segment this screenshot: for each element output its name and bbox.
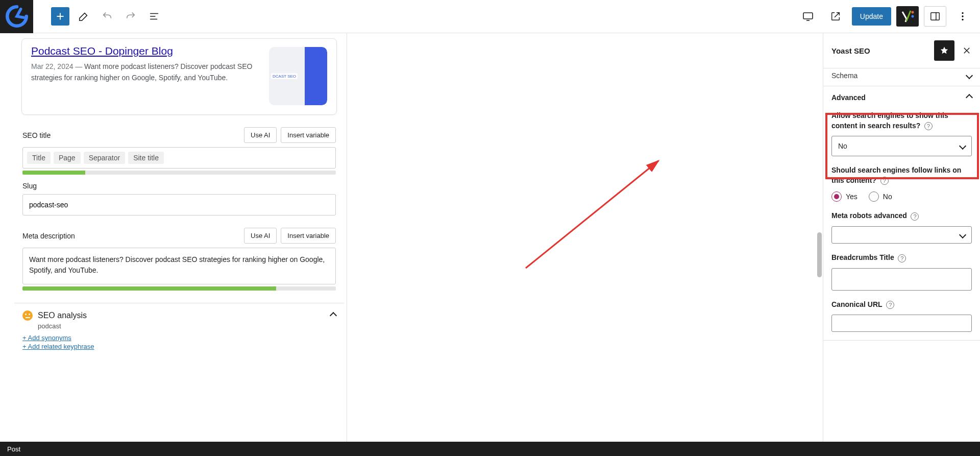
slug-input[interactable]: [22, 194, 336, 215]
add-synonyms-link[interactable]: + Add synonyms: [22, 334, 71, 342]
help-icon[interactable]: ?: [880, 177, 889, 185]
seo-title-progress: [22, 171, 336, 175]
advanced-section-toggle[interactable]: Advanced: [823, 86, 980, 109]
follow-links-yes[interactable]: Yes: [831, 191, 857, 202]
preview-thumbnail: DCAST SEO: [269, 47, 327, 105]
preview-sep: —: [75, 62, 84, 70]
add-related-keyphrase-link[interactable]: + Add related keyphrase: [22, 343, 94, 350]
breadcrumbs-input[interactable]: [831, 268, 972, 291]
svg-point-5: [962, 15, 963, 17]
post-type-label: Post: [7, 445, 20, 453]
sidebar-star-icon[interactable]: [934, 40, 954, 61]
tag-site-title[interactable]: Site title: [128, 152, 164, 164]
preview-date: Mar 22, 2024: [31, 62, 74, 70]
svg-point-2: [912, 15, 914, 18]
svg-point-4: [962, 12, 963, 14]
document-overview-icon[interactable]: [145, 7, 163, 26]
focus-keyword: podcast: [38, 322, 336, 330]
add-block-button[interactable]: [51, 7, 69, 26]
seo-title-use-ai[interactable]: Use AI: [244, 127, 277, 143]
settings-panel-icon[interactable]: [924, 6, 946, 27]
chevron-up-icon: [966, 94, 973, 101]
allow-search-select[interactable]: No: [831, 136, 972, 156]
update-button[interactable]: Update: [852, 7, 891, 26]
schema-section-toggle[interactable]: Schema: [823, 68, 980, 86]
svg-rect-3: [931, 13, 940, 20]
canonical-input[interactable]: [831, 315, 972, 332]
slug-label: Slug: [22, 182, 37, 190]
allow-search-value: No: [838, 142, 847, 150]
view-icon[interactable]: [797, 6, 819, 27]
canonical-label: Canonical URL: [831, 300, 883, 308]
redo-icon[interactable]: [121, 7, 140, 26]
yoast-sidebar: Yoast SEO Schema Advanced: [823, 33, 980, 442]
annotation-arrow: [521, 100, 674, 273]
seo-title-label: SEO title: [22, 131, 51, 139]
advanced-label: Advanced: [831, 93, 866, 102]
tag-title[interactable]: Title: [27, 152, 51, 164]
sidebar-title: Yoast SEO: [831, 46, 870, 55]
svg-line-7: [526, 161, 658, 268]
top-toolbar: Update: [0, 0, 980, 33]
chevron-down-icon: [966, 72, 973, 79]
google-preview-card: Podcast SEO - Dopinger Blog Mar 22, 2024…: [21, 38, 337, 115]
chevron-down-icon: [959, 142, 966, 150]
preview-title[interactable]: Podcast SEO - Dopinger Blog: [31, 45, 262, 57]
follow-links-label: Should search engines follow links on th…: [831, 166, 961, 184]
seo-analysis-title: SEO analysis: [38, 311, 87, 320]
radio-icon: [869, 191, 879, 202]
yoast-icon[interactable]: [896, 6, 919, 27]
external-link-icon[interactable]: [824, 6, 847, 27]
chevron-down-icon: [959, 231, 966, 238]
meta-desc-label: Meta description: [22, 232, 75, 240]
edit-icon[interactable]: [75, 7, 93, 26]
seo-title-insert-variable[interactable]: Insert variable: [281, 127, 336, 143]
close-icon[interactable]: [958, 41, 976, 60]
editor-canvas: Podcast SEO - Dopinger Blog Mar 22, 2024…: [0, 33, 347, 442]
chevron-up-icon: [330, 312, 337, 319]
meta-robots-select[interactable]: [831, 226, 972, 244]
scrollbar-thumb[interactable]: [817, 232, 822, 277]
help-icon[interactable]: ?: [924, 122, 933, 130]
breadcrumbs-label: Breadcrumbs Title: [831, 253, 894, 261]
analysis-score-icon: [22, 310, 33, 321]
radio-selected-icon: [831, 191, 842, 202]
seo-analysis-toggle[interactable]: SEO analysis: [22, 310, 336, 321]
svg-point-6: [962, 19, 963, 20]
schema-label: Schema: [831, 71, 857, 80]
tag-separator[interactable]: Separator: [84, 152, 125, 164]
help-icon[interactable]: ?: [898, 254, 906, 262]
meta-desc-insert-variable[interactable]: Insert variable: [281, 228, 336, 244]
undo-icon[interactable]: [98, 7, 116, 26]
svg-rect-0: [803, 13, 813, 19]
more-options-icon[interactable]: [951, 6, 974, 27]
site-logo[interactable]: [0, 0, 33, 33]
help-icon[interactable]: ?: [886, 301, 894, 309]
meta-desc-use-ai[interactable]: Use AI: [244, 228, 277, 244]
status-bar: Post: [0, 442, 980, 456]
seo-analysis-section: SEO analysis podcast: [14, 303, 344, 330]
meta-robots-label: Meta robots advanced: [831, 211, 907, 220]
help-icon[interactable]: ?: [911, 212, 919, 221]
seo-title-input[interactable]: Title Page Separator Site title: [22, 147, 336, 169]
follow-links-no[interactable]: No: [869, 191, 892, 202]
tag-page[interactable]: Page: [54, 152, 81, 164]
svg-point-1: [912, 11, 914, 14]
meta-desc-progress: [22, 286, 336, 291]
meta-desc-input[interactable]: Want more podcast listeners? Discover po…: [22, 248, 336, 284]
